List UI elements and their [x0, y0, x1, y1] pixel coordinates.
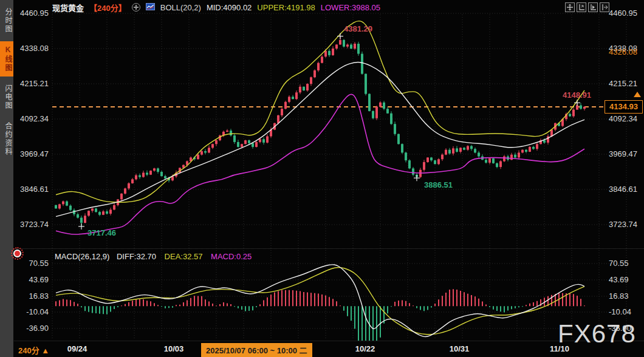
- price-tick-right: 3969.47: [609, 149, 644, 158]
- macd-macd-value: MACD:0.25: [211, 252, 252, 261]
- price-alert-arrow-icon[interactable]: [634, 92, 641, 97]
- svg-text:4148.91: 4148.91: [563, 90, 591, 100]
- candlestick-chart-canvas[interactable]: 3717.464381.293886.514148.91: [0, 0, 644, 357]
- chart-header: 现货黄金 【240分】 BOLL(20,2) MID:4090.02 UPPER…: [52, 2, 380, 13]
- macd-tick-right: 43.69: [609, 275, 644, 284]
- mini-chart-icon[interactable]: [146, 3, 155, 12]
- date-tick: 09/24: [63, 344, 91, 353]
- toolbar: [565, 2, 609, 12]
- macd-diff-value: DIFF:32.70: [117, 252, 156, 261]
- boll-mid-value: MID:4090.02: [207, 3, 252, 12]
- macd-header: MACD(26,12,9) DIFF:32.70 DEA:32.57 MACD:…: [55, 252, 252, 261]
- macd-tick-right: 70.55: [609, 259, 644, 268]
- jump-latest-icon[interactable]: [600, 2, 609, 12]
- date-tick: 10/22: [351, 344, 379, 353]
- pan-icon[interactable]: [565, 2, 575, 12]
- time-axis-bar: 240分 ▲ 09/24 10/03 10/22 10/31 11/10 202…: [0, 341, 644, 357]
- symbol-name: 现货黄金: [52, 2, 84, 13]
- svg-text:4381.29: 4381.29: [344, 24, 372, 33]
- sidebar-tab-lightning[interactable]: 闪电图: [0, 80, 13, 114]
- indicator-name: BOLL(20,2): [160, 3, 201, 12]
- zoom-axis-icon[interactable]: [577, 2, 586, 12]
- sidebar: 分时图 K线图 闪电图 合约资料: [0, 0, 13, 357]
- date-tick: 10/03: [160, 344, 188, 353]
- svg-text:3717.46: 3717.46: [87, 228, 116, 237]
- extra-level-label: 4326.08: [609, 47, 637, 56]
- pane-separator: [13, 248, 644, 249]
- chart-app: 分时图 K线图 闪电图 合约资料 现货黄金 【240分】 BOLL(20,2) …: [0, 0, 644, 357]
- sidebar-tab-contract-info[interactable]: 合约资料: [0, 118, 13, 160]
- sidebar-tab-timeline[interactable]: 分时图: [0, 4, 13, 38]
- sidebar-tab-kline[interactable]: K线图: [0, 41, 13, 76]
- crosshair-date-label: 2025/10/07 06:00 ~ 10:00 二: [201, 343, 312, 357]
- price-tick-right: 3846.61: [609, 185, 644, 194]
- add-indicator-icon[interactable]: [132, 3, 140, 12]
- macd-title: MACD(26,12,9): [55, 252, 109, 261]
- price-tick-right: 4215.21: [609, 79, 644, 88]
- alert-record-icon[interactable]: [15, 251, 20, 256]
- boll-lower-value: LOWER:3988.05: [321, 3, 380, 12]
- interval-tag: 【240分】: [89, 2, 126, 13]
- price-tick-right: 3723.74: [609, 220, 644, 229]
- price-tick-right: 4092.34: [609, 114, 644, 123]
- svg-text:3886.51: 3886.51: [424, 180, 453, 189]
- macd-tick-right: 16.83: [609, 291, 644, 301]
- macd-dea-value: DEA:32.57: [165, 252, 203, 261]
- macd-tick-right: -10.04: [609, 307, 644, 316]
- watermark: FX678: [558, 319, 636, 348]
- price-tick-right: 4460.95: [609, 8, 644, 18]
- date-tick: 10/31: [445, 344, 473, 353]
- boll-upper-value: UPPER:4191.98: [257, 3, 315, 12]
- interval-selector[interactable]: 240分 ▲: [18, 344, 49, 356]
- autoscroll-icon[interactable]: [588, 2, 598, 12]
- current-price-box: 4134.93: [605, 100, 643, 114]
